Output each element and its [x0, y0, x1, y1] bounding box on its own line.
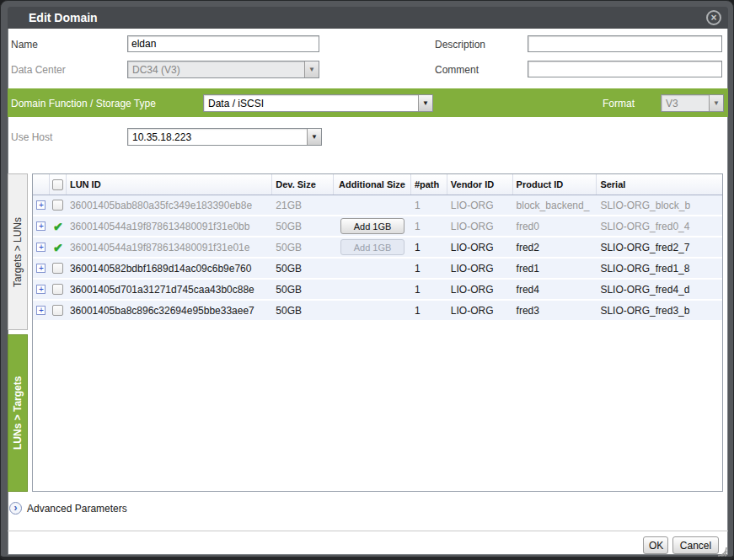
- cancel-button[interactable]: Cancel: [672, 536, 719, 554]
- advanced-parameters-label[interactable]: Advanced Parameters: [27, 503, 127, 515]
- edit-domain-dialog: Edit Domain × Name Description Data Cent…: [0, 0, 734, 560]
- select-all-checkbox[interactable]: [52, 179, 63, 190]
- expand-plus-icon[interactable]: +: [36, 264, 46, 273]
- vendor-id: LIO-ORG: [447, 200, 513, 211]
- add-1gb-button[interactable]: Add 1GB: [340, 218, 405, 234]
- row-checkbox[interactable]: [52, 263, 63, 274]
- expand-plus-icon[interactable]: +: [36, 221, 46, 231]
- vendor-id: LIO-ORG: [447, 305, 513, 317]
- path-count: 1: [411, 263, 447, 275]
- lun-id: 3600140544a19f878613480091f31e0bb: [67, 221, 272, 232]
- domain-function-label: Domain Function / Storage Type: [11, 98, 156, 109]
- name-label: Name: [11, 39, 38, 51]
- lun-id: 36001405bab880a35fc349e183390eb8e: [67, 200, 272, 211]
- col-dev-size[interactable]: Dev. Size: [272, 174, 334, 195]
- name-input[interactable]: [127, 35, 319, 52]
- table-row: + ✔ 3600140544a19f878613480091f31e01e 50…: [33, 237, 722, 259]
- row-checkbox[interactable]: [52, 305, 63, 316]
- path-count: 1: [411, 200, 447, 211]
- add-1gb-button-disabled: Add 1GB: [340, 239, 405, 255]
- dev-size: 50GB: [272, 284, 334, 296]
- advanced-expander-icon[interactable]: ›: [9, 502, 22, 515]
- domain-function-select[interactable]: Data / iSCSI ▼: [203, 94, 433, 112]
- dev-size: 50GB: [272, 305, 334, 317]
- tab-luns-targets[interactable]: LUNs > Targets: [8, 334, 28, 492]
- resize-grip-icon[interactable]: [715, 544, 728, 557]
- path-count: 1: [411, 242, 447, 253]
- chevron-down-icon: ▼: [418, 95, 432, 111]
- chevron-down-icon: ▼: [304, 61, 319, 77]
- comment-label: Comment: [435, 64, 479, 76]
- lun-id: 36001405ba8c896c32694e95bbe33aee7: [67, 305, 272, 317]
- data-center-value: DC34 (V3): [128, 64, 304, 76]
- footer-divider: [8, 531, 728, 531]
- col-path[interactable]: #path: [411, 174, 447, 195]
- expand-plus-icon[interactable]: +: [36, 306, 46, 315]
- use-host-select[interactable]: 10.35.18.223 ▼: [127, 128, 322, 146]
- chevron-down-icon: ▼: [709, 95, 723, 111]
- col-vendor-id[interactable]: Vendor ID: [447, 174, 513, 195]
- table-row: + ✔ 3600140544a19f878613480091f31e0bb 50…: [33, 216, 722, 237]
- use-host-label: Use Host: [11, 131, 52, 143]
- path-count: 1: [411, 305, 447, 317]
- expand-plus-icon[interactable]: +: [36, 285, 46, 294]
- dev-size: 50GB: [272, 242, 334, 253]
- vendor-id: LIO-ORG: [447, 263, 513, 275]
- selected-check-icon: ✔: [53, 241, 63, 254]
- col-product-id[interactable]: Product ID: [513, 174, 597, 195]
- dev-size: 21GB: [272, 200, 334, 211]
- use-host-value: 10.35.18.223: [128, 131, 307, 143]
- comment-input[interactable]: [528, 61, 722, 77]
- vendor-id: LIO-ORG: [447, 221, 513, 232]
- expand-plus-icon[interactable]: +: [36, 200, 46, 210]
- header-checkbox-cell: [50, 174, 67, 195]
- header-expander-cell: [33, 174, 50, 195]
- table-row: + 36001405d701a31271d745caa43b0c88e 50GB…: [33, 280, 722, 301]
- data-center-select: DC34 (V3) ▼: [127, 61, 319, 78]
- serial: SLIO-ORG_fred1_8: [597, 263, 722, 275]
- row-checkbox[interactable]: [52, 200, 63, 211]
- dialog-titlebar: Edit Domain: [8, 7, 728, 29]
- product-id: block_backend_: [513, 200, 597, 211]
- product-id: fred3: [513, 305, 597, 317]
- description-input[interactable]: [528, 35, 722, 52]
- product-id: fred1: [513, 263, 597, 275]
- lun-id: 3600140544a19f878613480091f31e01e: [67, 242, 272, 253]
- row-checkbox[interactable]: [52, 284, 63, 295]
- col-additional-size[interactable]: Additional Size: [334, 174, 411, 195]
- dev-size: 50GB: [272, 263, 334, 275]
- serial: SLIO-ORG_fred4_d: [597, 284, 722, 296]
- lun-id: 36001405d701a31271d745caa43b0c88e: [67, 284, 272, 296]
- serial: SLIO-ORG_fred2_7: [597, 242, 722, 253]
- product-id: fred0: [513, 221, 597, 232]
- format-value: V3: [662, 98, 709, 109]
- path-count: 1: [411, 284, 447, 296]
- table-header-row: LUN ID Dev. Size Additional Size #path V…: [33, 174, 722, 195]
- chevron-down-icon: ▼: [307, 129, 321, 145]
- table-row: + 3600140582bdbf1689d14ac09c6b9e760 50GB…: [33, 259, 722, 280]
- table-row: + 36001405bab880a35fc349e183390eb8e 21GB…: [33, 195, 722, 216]
- format-select: V3 ▼: [661, 94, 724, 112]
- dialog-title: Edit Domain: [8, 11, 98, 24]
- domain-function-value: Data / iSCSI: [204, 98, 418, 109]
- product-id: fred2: [513, 242, 597, 253]
- table-row: + 36001405ba8c896c32694e95bbe33aee7 50GB…: [33, 301, 722, 322]
- close-icon[interactable]: ×: [706, 10, 721, 25]
- serial: SLIO-ORG_fred0_4: [597, 221, 722, 232]
- product-id: fred4: [513, 284, 597, 296]
- tab-targets-luns[interactable]: Targets > LUNs: [8, 173, 28, 330]
- serial: SLIO-ORG_fred3_b: [597, 305, 722, 317]
- description-label: Description: [435, 39, 485, 51]
- col-serial[interactable]: Serial: [597, 174, 722, 195]
- dev-size: 50GB: [272, 221, 334, 232]
- selected-check-icon: ✔: [53, 220, 63, 233]
- format-label: Format: [603, 98, 635, 109]
- vendor-id: LIO-ORG: [447, 284, 513, 296]
- lun-id: 3600140582bdbf1689d14ac09c6b9e760: [67, 263, 272, 275]
- ok-button[interactable]: OK: [643, 536, 668, 554]
- col-lun-id[interactable]: LUN ID: [67, 174, 272, 195]
- expand-plus-icon[interactable]: +: [36, 243, 46, 252]
- table-body: + 36001405bab880a35fc349e183390eb8e 21GB…: [33, 195, 722, 322]
- serial: SLIO-ORG_block_b: [597, 200, 722, 211]
- vendor-id: LIO-ORG: [447, 242, 513, 253]
